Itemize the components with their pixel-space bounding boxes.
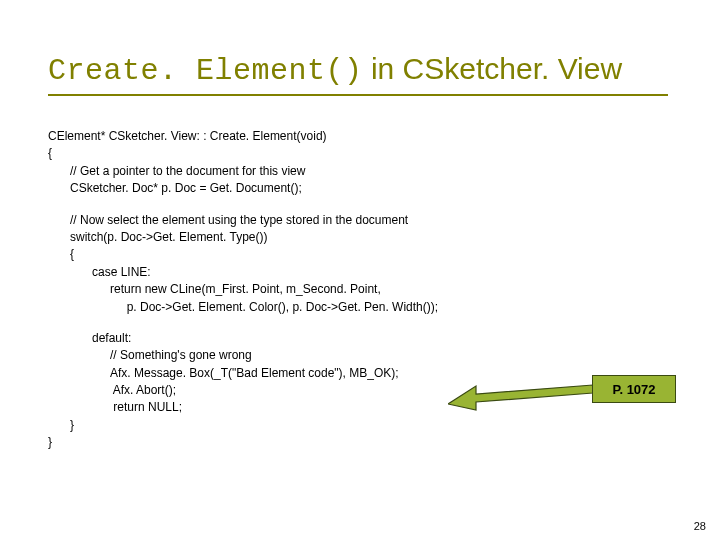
code-line: // Get a pointer to the document for thi…: [70, 163, 688, 180]
code-line: {: [70, 246, 688, 263]
callout-label: P. 1072: [612, 382, 655, 397]
code-line: p. Doc->Get. Element. Color(), p. Doc->G…: [110, 299, 688, 316]
code-line: {: [48, 145, 688, 162]
code-line: CSketcher. Doc* p. Doc = Get. Document()…: [70, 180, 688, 197]
slide-title: Create. Element() in CSketcher. View: [48, 52, 668, 96]
code-line: CElement* CSketcher. View: : Create. Ele…: [48, 128, 688, 145]
code-line: default:: [92, 330, 688, 347]
code-block: CElement* CSketcher. View: : Create. Ele…: [48, 128, 688, 452]
page-reference-callout: P. 1072: [592, 375, 676, 403]
code-line: }: [70, 417, 688, 434]
title-code-part: Create. Element(): [48, 54, 363, 88]
slide-number: 28: [694, 520, 706, 532]
title-text-part: in CSketcher. View: [363, 52, 623, 85]
code-line: case LINE:: [92, 264, 688, 281]
code-line: switch(p. Doc->Get. Element. Type()): [70, 229, 688, 246]
code-line: // Now select the element using the type…: [70, 212, 688, 229]
code-line: return new CLine(m_First. Point, m_Secon…: [110, 281, 688, 298]
code-line: }: [48, 434, 688, 451]
code-line: // Something's gone wrong: [110, 347, 688, 364]
